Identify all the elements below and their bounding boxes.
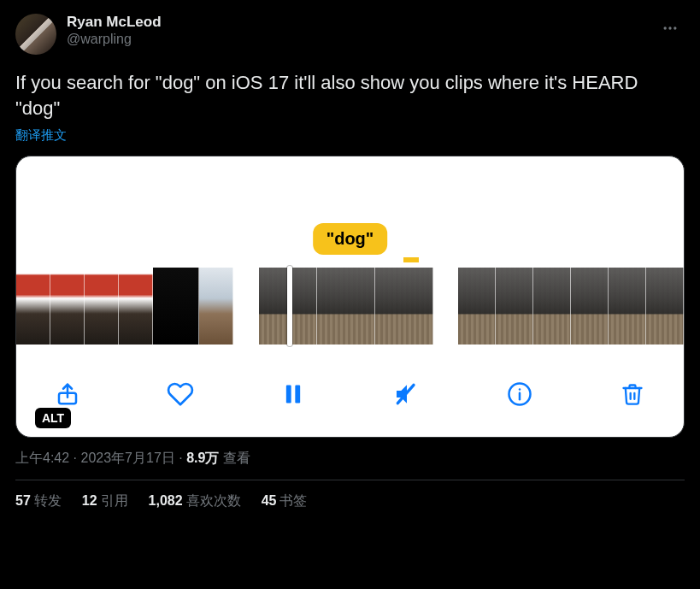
tweet-time[interactable]: 上午4:42 [15, 451, 69, 465]
handle: @warpling [67, 31, 656, 49]
views-count: 8.9万 [186, 451, 219, 465]
caption-marker [403, 257, 419, 262]
mute-button[interactable] [390, 377, 424, 411]
display-name: Ryan McLeod [67, 14, 656, 31]
clip-thumbnail [533, 268, 571, 345]
likes-stat[interactable]: 1,082喜欢次数 [149, 492, 241, 510]
clip-thumbnail [16, 268, 50, 345]
clip-group-2 [259, 268, 433, 345]
clip-thumbnail [50, 268, 85, 345]
retweets-stat[interactable]: 57转发 [15, 492, 62, 510]
translate-link[interactable]: 翻译推文 [15, 127, 685, 144]
svg-point-1 [668, 27, 671, 29]
tweet-text: If you search for "dog" on iOS 17 it'll … [15, 70, 685, 121]
heart-icon [167, 380, 194, 408]
video-timeline[interactable] [16, 268, 684, 345]
timeline-gap [433, 268, 459, 345]
clip-thumbnail [153, 268, 199, 345]
clip-thumbnail [119, 268, 153, 345]
svg-point-2 [674, 27, 676, 29]
clip-thumbnail [646, 268, 684, 345]
tweet-date[interactable]: 2023年7月17日 [80, 451, 174, 465]
clip-thumbnail [496, 268, 533, 345]
divider [15, 480, 685, 480]
clip-thumbnail [317, 268, 375, 345]
svg-rect-4 [286, 386, 291, 403]
info-button[interactable] [503, 377, 537, 411]
tweet-stats: 57转发 12引用 1,082喜欢次数 45书签 [15, 492, 685, 510]
quotes-stat[interactable]: 12引用 [82, 492, 128, 510]
quotes-label: 引用 [101, 493, 128, 508]
more-icon [662, 20, 679, 37]
clip-thumbnail [609, 268, 646, 345]
likes-label: 喜欢次数 [186, 493, 241, 508]
trash-icon [621, 382, 644, 406]
media-toolbar [16, 363, 684, 425]
tweet: Ryan McLeod @warpling If you search for … [0, 0, 700, 510]
likes-count: 1,082 [149, 493, 183, 508]
delete-button[interactable] [615, 377, 650, 411]
pause-button[interactable] [276, 377, 310, 411]
retweets-label: 转发 [34, 493, 62, 508]
pause-icon [281, 382, 305, 406]
like-button[interactable] [163, 377, 197, 411]
info-icon [507, 381, 532, 407]
quotes-count: 12 [82, 493, 97, 508]
clip-group-1 [16, 268, 233, 345]
svg-point-9 [519, 389, 521, 392]
speaker-muted-icon [393, 380, 421, 408]
bookmarks-label: 书签 [279, 493, 307, 508]
alt-badge[interactable]: ALT [35, 408, 71, 428]
share-button[interactable] [50, 377, 85, 411]
clip-thumbnail [375, 268, 433, 345]
media-card[interactable]: "dog" [15, 156, 685, 438]
more-button[interactable] [656, 14, 685, 43]
tweet-header: Ryan McLeod @warpling [15, 14, 685, 55]
share-icon [55, 381, 80, 407]
retweets-count: 57 [15, 493, 31, 508]
clip-thumbnail [571, 268, 609, 345]
tweet-meta: 上午4:42 · 2023年7月17日 · 8.9万 查看 [15, 450, 685, 468]
timeline-gap [233, 268, 259, 345]
clip-thumbnail [85, 268, 119, 345]
clip-thumbnail [199, 268, 233, 345]
clip-group-3 [458, 268, 684, 345]
views-label: 查看 [223, 451, 250, 465]
avatar[interactable] [15, 14, 56, 55]
bookmarks-stat[interactable]: 45书签 [262, 492, 308, 510]
bookmarks-count: 45 [262, 493, 277, 508]
playhead[interactable] [287, 266, 292, 346]
clip-thumbnail [458, 268, 496, 345]
svg-point-0 [664, 27, 667, 29]
caption-bubble: "dog" [313, 223, 388, 255]
author-name-block[interactable]: Ryan McLeod @warpling [67, 14, 656, 49]
svg-rect-5 [296, 386, 301, 403]
